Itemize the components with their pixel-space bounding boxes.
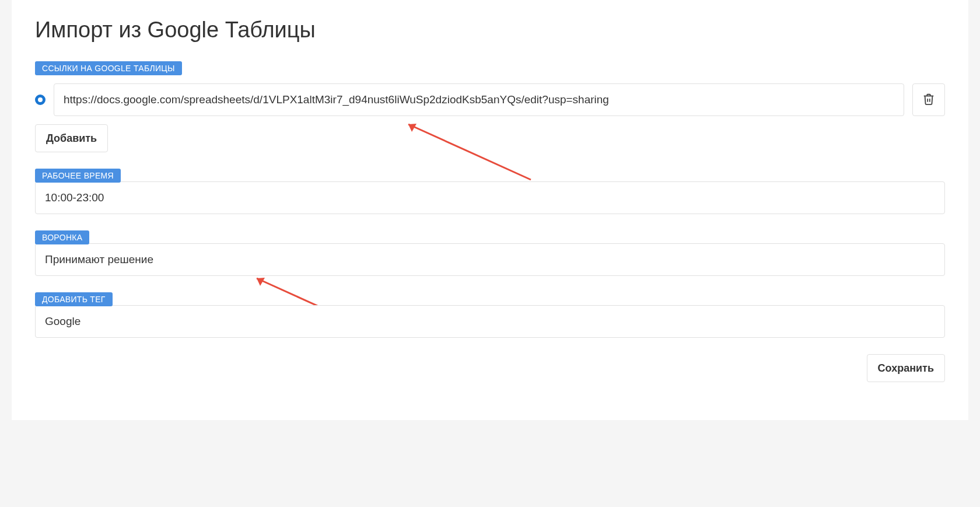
links-section: ССЫЛКИ НА GOOGLE ТАБЛИЦЫ Добавить: [35, 61, 945, 152]
page-title: Импорт из Google Таблицы: [35, 18, 945, 43]
tag-input[interactable]: [35, 305, 945, 338]
footer: Сохранить: [35, 354, 945, 382]
google-sheet-url-input[interactable]: [54, 83, 904, 116]
work-time-section: РАБОЧЕЕ ВРЕМЯ: [35, 169, 945, 214]
link-row: [35, 83, 945, 116]
trash-icon: [922, 93, 935, 107]
funnel-select[interactable]: [35, 243, 945, 276]
funnel-label: ВОРОНКА: [35, 230, 89, 244]
delete-link-button[interactable]: [912, 83, 945, 116]
funnel-selected-value[interactable]: [35, 243, 945, 276]
tag-section: ДОБАВИТЬ ТЕГ: [35, 292, 945, 338]
add-link-button[interactable]: Добавить: [35, 124, 108, 152]
link-radio[interactable]: [35, 95, 46, 105]
tag-label: ДОБАВИТЬ ТЕГ: [35, 292, 113, 306]
import-card: Импорт из Google Таблицы ССЫЛКИ НА GOOGL…: [12, 0, 968, 420]
save-button[interactable]: Сохранить: [867, 354, 945, 382]
work-time-input[interactable]: [35, 181, 945, 214]
svg-marker-3: [257, 278, 265, 286]
funnel-section: ВОРОНКА: [35, 230, 945, 276]
work-time-label: РАБОЧЕЕ ВРЕМЯ: [35, 169, 121, 183]
links-label: ССЫЛКИ НА GOOGLE ТАБЛИЦЫ: [35, 61, 182, 75]
